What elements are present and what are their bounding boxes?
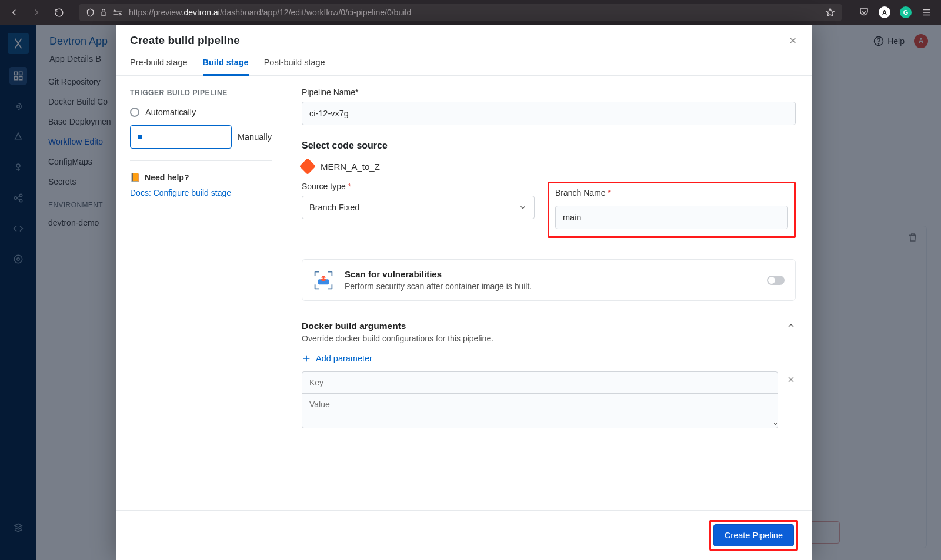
branch-name-input[interactable] <box>555 206 788 229</box>
browser-back-button[interactable] <box>6 4 22 21</box>
browser-menu-icon[interactable] <box>921 7 932 18</box>
trigger-auto-option[interactable]: Automatically <box>130 108 272 117</box>
repo-row: MERN_A_to_Z <box>302 160 796 172</box>
browser-chrome: https://preview.devtron.ai/dashboard/app… <box>0 0 941 25</box>
plus-icon <box>302 354 311 363</box>
pipeline-name-label: Pipeline Name* <box>302 88 796 97</box>
browser-forward-button[interactable] <box>28 4 45 21</box>
svg-point-1 <box>114 10 115 12</box>
modal-right-panel: Pipeline Name* Select code source MERN_A… <box>286 76 812 510</box>
close-icon <box>786 375 796 384</box>
git-icon <box>299 158 316 175</box>
permissions-icon <box>112 8 123 16</box>
svg-point-19 <box>324 277 326 279</box>
add-parameter-button[interactable]: Add parameter <box>302 354 796 363</box>
kv-fields <box>302 371 778 428</box>
book-icon: 📙 <box>130 173 140 182</box>
extension-icon-grammarly[interactable]: G <box>900 6 912 18</box>
scan-title: Scan for vulnerabilities <box>345 269 532 279</box>
scan-toggle[interactable] <box>767 276 785 285</box>
modal-close-button[interactable] <box>787 35 798 46</box>
dargs-subtitle: Override docker build configurations for… <box>302 334 493 343</box>
close-icon <box>787 35 798 46</box>
radio-icon-selected <box>130 125 232 149</box>
svg-rect-0 <box>101 12 106 15</box>
shield-icon <box>86 8 95 17</box>
source-type-label: Source type <box>302 182 535 191</box>
bookmark-star-icon[interactable] <box>825 8 835 18</box>
remove-arg-button[interactable] <box>786 375 796 384</box>
need-help-heading: 📙 Need help? <box>130 173 272 182</box>
scan-subtitle: Perform security scan after container im… <box>345 281 532 291</box>
code-source-heading: Select code source <box>302 140 796 151</box>
branch-name-label: Branch Name <box>555 188 788 197</box>
chevron-up-icon[interactable] <box>786 321 796 330</box>
scan-card: Scan for vulnerabilities Perform securit… <box>302 259 796 301</box>
arg-value-input[interactable] <box>302 394 778 425</box>
browser-reload-button[interactable] <box>51 4 67 21</box>
tab-prebuild[interactable]: Pre-build stage <box>130 53 188 75</box>
browser-url-text: https://preview.devtron.ai/dashboard/app… <box>129 8 819 17</box>
chevron-down-icon <box>519 203 527 212</box>
svg-point-2 <box>119 14 121 15</box>
url-security-icons <box>86 8 123 17</box>
create-pipeline-modal: Create build pipeline Pre-build stage Bu… <box>116 25 812 560</box>
radio-icon <box>130 108 139 117</box>
pocket-icon[interactable] <box>859 7 869 18</box>
browser-extensions: A G <box>859 6 932 18</box>
modal-title: Create build pipeline <box>130 34 240 47</box>
modal-tabs: Pre-build stage Build stage Post-build s… <box>116 53 812 76</box>
trigger-manual-option[interactable]: Manually <box>130 125 272 149</box>
tab-postbuild[interactable]: Post-build stage <box>264 53 325 75</box>
source-type-select[interactable]: Branch Fixed <box>302 196 535 219</box>
lock-icon <box>99 8 108 16</box>
dargs-title: Docker build arguments <box>302 321 493 331</box>
docs-link[interactable]: Docs: Configure build stage <box>130 188 272 197</box>
arg-key-input[interactable] <box>302 372 778 394</box>
branch-name-highlight: Branch Name <box>548 182 796 238</box>
svg-point-18 <box>321 277 323 279</box>
trigger-heading: TRIGGER BUILD PIPELINE <box>130 89 272 97</box>
browser-url-bar[interactable]: https://preview.devtron.ai/dashboard/app… <box>79 4 842 21</box>
create-pipeline-highlight: Create Pipeline <box>709 520 798 551</box>
repo-name: MERN_A_to_Z <box>321 162 380 172</box>
pipeline-name-input[interactable] <box>302 102 796 125</box>
tab-build[interactable]: Build stage <box>203 53 249 76</box>
extension-icon-a[interactable]: A <box>879 6 890 18</box>
create-pipeline-button[interactable]: Create Pipeline <box>713 524 794 546</box>
modal-footer: Create Pipeline <box>116 510 812 560</box>
modal-left-panel: TRIGGER BUILD PIPELINE Automatically Man… <box>116 76 286 510</box>
scan-icon <box>313 270 334 291</box>
